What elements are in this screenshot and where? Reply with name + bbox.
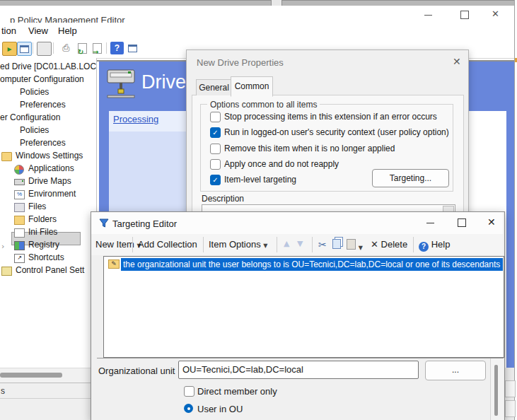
tree-item-policies[interactable]: Policies [20, 86, 49, 98]
checkbox-unchecked[interactable] [184, 386, 194, 397]
mmc-title-bar: p Policy Management Editor ✕ [0, 6, 514, 23]
checkbox-checked[interactable]: ✓ [210, 127, 221, 138]
folder-arrow-icon[interactable]: ▸ [2, 42, 17, 56]
clipboard-icon[interactable] [37, 42, 52, 56]
window-glyph [128, 45, 137, 52]
close-icon[interactable]: ✕ [492, 8, 499, 19]
targeting-editor-title-bar: Targeting Editor ✕ [91, 212, 503, 234]
menu-action[interactable]: tion [1, 25, 16, 36]
minimize-icon[interactable] [426, 223, 434, 223]
tree-scrollbar-thumb[interactable] [0, 373, 62, 378]
refresh-icon[interactable]: ↻ [76, 42, 89, 54]
browse-button[interactable]: ... [425, 361, 486, 380]
tab-general[interactable]: General [196, 79, 232, 95]
shortcut-icon: ↗ [14, 254, 25, 263]
targeting-button[interactable]: Targeting... [372, 169, 449, 187]
dialog-close-icon[interactable]: ✕ [453, 56, 461, 67]
control-panel-icon [1, 267, 12, 276]
help-icon: ? [419, 242, 429, 252]
banner-left-strip [99, 111, 109, 217]
checkbox-checked[interactable]: ✓ [210, 175, 221, 185]
drive-banner-icon [106, 67, 137, 104]
targeting-editor-toolbar: New Item ▼ Add Collection Item Options ▼… [91, 234, 503, 255]
menu-help[interactable]: Help [58, 25, 77, 36]
background-window-notch [271, 0, 282, 6]
document-glyph: ↻ [78, 43, 87, 54]
delete-x-icon: ✕ [371, 239, 378, 250]
background-box [505, 380, 516, 397]
window-glyph [20, 45, 29, 53]
close-icon[interactable]: ✕ [487, 216, 496, 228]
tree-item-preferences[interactable]: Preferences [20, 137, 66, 149]
toolbar-separator [277, 237, 277, 252]
background-box [505, 400, 516, 417]
document-glyph: → [93, 43, 102, 54]
new-drive-properties-dialog: New Drive Properties ✕ General Common Op… [186, 49, 469, 215]
checkbox-unchecked[interactable] [210, 159, 221, 170]
item-options-button[interactable]: Item Options ▼ [209, 239, 267, 250]
move-up-icon[interactable]: ▲ [284, 239, 289, 248]
disc-icon [14, 165, 24, 175]
organizational-unit-label: Organizational unit [98, 366, 175, 376]
new-item-button[interactable]: New Item ▼ [95, 239, 141, 250]
maximize-icon[interactable] [460, 11, 469, 19]
organizational-unit-input[interactable]: OU=Tecnici,DC=lab,DC=local [178, 361, 419, 379]
toolbar-separator [312, 237, 313, 252]
console-tree: ed Drive [DC01.LAB.LOCA omputer Configur… [0, 58, 97, 368]
background-window-right-edge [514, 0, 517, 420]
delete-button[interactable]: ✕ Delete [371, 239, 407, 250]
add-collection-button[interactable]: Add Collection [138, 239, 197, 250]
tree-item-policies[interactable]: Policies [20, 124, 49, 136]
status-area [0, 383, 96, 420]
copy-icon[interactable] [332, 239, 341, 251]
toolbar-separator [203, 237, 204, 252]
toolbar-separator [53, 42, 54, 54]
screen: p Policy Management Editor ✕ tion View H… [0, 0, 517, 420]
chevron-down-icon: ▼ [359, 245, 363, 251]
targeting-items-list[interactable]: ✎ the organizational unit the user belon… [103, 256, 504, 358]
move-down-icon[interactable]: ▼ [297, 239, 303, 248]
new-window-icon[interactable] [126, 42, 139, 54]
tree-item-user-configuration[interactable]: er Configuration [0, 112, 60, 124]
tree-item-preferences[interactable]: Preferences [20, 99, 66, 111]
radio-selected[interactable] [184, 404, 193, 413]
targeting-item-selected[interactable]: the organizational unit the user belongs… [121, 258, 503, 271]
toolbar-separator [132, 237, 133, 252]
options-group-label: Options common to all items [207, 100, 320, 110]
tab-common[interactable]: Common [231, 76, 273, 97]
targeting-editor-title: Targeting Editor [112, 218, 177, 229]
mmc-menu-bar: tion View Help [0, 23, 514, 40]
targeting-editor-window: Targeting Editor ✕ New Item ▼ Add Collec… [91, 211, 505, 420]
drive-icon [14, 179, 25, 185]
status-text-fragment: s [1, 386, 5, 396]
left-info-column [109, 132, 186, 217]
toolbar-separator [413, 237, 414, 252]
menu-view[interactable]: View [28, 25, 48, 36]
checkbox-unchecked[interactable] [210, 112, 221, 122]
console-tree-icon[interactable] [17, 42, 32, 56]
toolbar-separator [106, 42, 107, 54]
tree-item-root[interactable]: ed Drive [DC01.LAB.LOCA [0, 61, 97, 73]
help-button[interactable]: ? Help [419, 239, 450, 252]
tree-item-computer-configuration[interactable]: omputer Configuration [0, 74, 84, 86]
printer-icon[interactable]: ⎙ [59, 42, 73, 54]
minimize-icon[interactable] [424, 15, 432, 16]
dialog-title: New Drive Properties [197, 57, 284, 68]
chevron-right-icon[interactable]: › [1, 240, 4, 252]
description-label: Description [202, 194, 244, 204]
processing-link[interactable]: Processing [113, 114, 158, 124]
ou-item-icon: ✎ [108, 259, 120, 269]
banner-right-strip [506, 111, 514, 368]
paste-icon[interactable]: ▼ [347, 239, 363, 252]
export-list-icon[interactable]: → [91, 42, 104, 54]
panel-scrollbar-thumb[interactable] [494, 365, 498, 416]
divider [0, 398, 96, 399]
folder-icon [1, 152, 12, 161]
cut-icon[interactable]: ✂ [318, 239, 327, 250]
funnel-icon [99, 218, 109, 228]
maximize-icon[interactable] [458, 218, 466, 227]
checkbox-unchecked[interactable] [210, 144, 221, 154]
paste-glyph [347, 239, 356, 250]
help-icon[interactable]: ? [110, 42, 124, 54]
folder-icon [14, 216, 25, 225]
